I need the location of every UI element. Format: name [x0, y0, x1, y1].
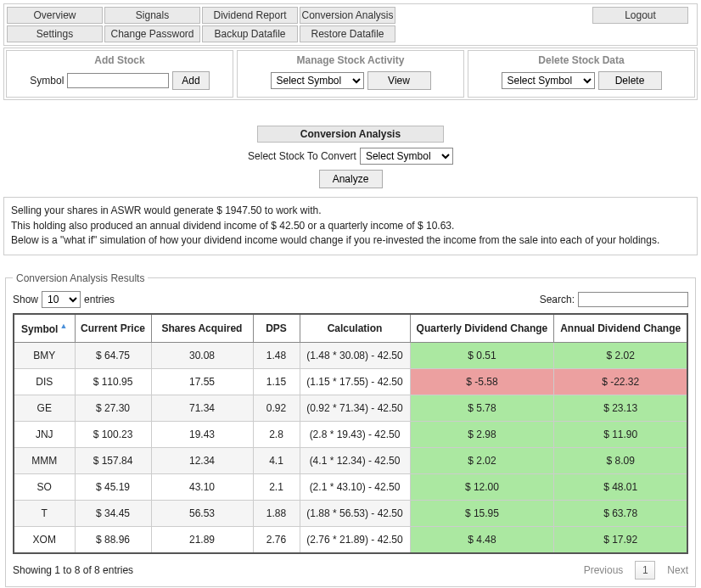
entries-info: Showing 1 to 8 of 8 entries: [13, 564, 133, 576]
results-table: Symbol Current Price Shares Acquired DPS…: [13, 313, 688, 554]
cell-dps: 1.88: [253, 500, 300, 526]
cell-symbol: GE: [14, 395, 75, 421]
table-row: GE$ 27.3071.340.92(0.92 * 71.34) - 42.50…: [14, 395, 687, 421]
cell-shares: 71.34: [151, 395, 253, 421]
analyze-button[interactable]: Analyze: [319, 170, 383, 188]
menu-logout[interactable]: Logout: [592, 7, 688, 24]
stock-panels: Add Stock Symbol Add Manage Stock Activi…: [3, 48, 698, 100]
col-shares-acquired[interactable]: Shares Acquired: [151, 314, 253, 343]
add-stock-panel: Add Stock Symbol Add: [6, 50, 233, 98]
cell-price: $ 64.75: [75, 342, 151, 368]
cell-calc: (4.1 * 12.34) - 42.50: [300, 447, 410, 473]
cell-annual: $ 8.09: [554, 447, 687, 473]
page-size-select[interactable]: 10: [42, 291, 81, 308]
cell-annual: $ 63.78: [554, 500, 687, 526]
next-page[interactable]: Next: [667, 564, 688, 576]
menu-signals[interactable]: Signals: [104, 7, 200, 24]
menu-conversion-analysis[interactable]: Conversion Analysis: [300, 7, 395, 24]
col-annual-change[interactable]: Annual Dividend Change: [554, 314, 687, 343]
entries-label: entries: [84, 294, 115, 305]
cell-calc: (2.76 * 21.89) - 42.50: [300, 526, 410, 553]
manage-title: Manage Stock Activity: [297, 54, 405, 66]
table-row: T$ 34.4556.531.88(1.88 * 56.53) - 42.50$…: [14, 500, 687, 526]
cell-annual: $ 2.02: [554, 342, 687, 368]
prev-page[interactable]: Previous: [584, 564, 624, 576]
cell-calc: (2.8 * 19.43) - 42.50: [300, 421, 410, 447]
menu-overview[interactable]: Overview: [7, 7, 103, 24]
table-row: JNJ$ 100.2319.432.8(2.8 * 19.43) - 42.50…: [14, 421, 687, 447]
cell-price: $ 27.30: [75, 395, 151, 421]
col-symbol[interactable]: Symbol: [14, 314, 75, 343]
col-current-price[interactable]: Current Price: [75, 314, 151, 343]
cell-dps: 1.15: [253, 368, 300, 395]
cell-dps: 2.8: [253, 421, 300, 447]
results-fieldset: Conversion Analysis Results Show 10 entr…: [5, 272, 696, 587]
delete-button[interactable]: Delete: [598, 71, 662, 90]
cell-quarterly: $ 2.02: [410, 447, 554, 473]
convert-label: Select Stock To Convert: [248, 150, 356, 162]
cell-annual: $ -22.32: [554, 368, 687, 395]
add-button[interactable]: Add: [172, 71, 209, 90]
convert-select[interactable]: Select Symbol: [360, 148, 453, 165]
cell-annual: $ 48.01: [554, 473, 687, 500]
cell-quarterly: $ 12.00: [410, 473, 554, 500]
cell-shares: 19.43: [151, 421, 253, 447]
cell-quarterly: $ 2.98: [410, 421, 554, 447]
menu-restore-datafile[interactable]: Restore Datafile: [300, 25, 395, 42]
view-button[interactable]: View: [367, 71, 431, 90]
cell-symbol: JNJ: [14, 421, 75, 447]
msg-line-1: Selling your shares in ASWR would genera…: [11, 204, 690, 218]
cell-price: $ 110.95: [75, 368, 151, 395]
cell-quarterly: $ -5.58: [410, 368, 554, 395]
cell-symbol: BMY: [14, 342, 75, 368]
cell-price: $ 88.96: [75, 526, 151, 553]
symbol-input[interactable]: [67, 73, 169, 88]
manage-stock-panel: Manage Stock Activity Select Symbol View: [237, 50, 464, 98]
cell-shares: 43.10: [151, 473, 253, 500]
cell-calc: (0.92 * 71.34) - 42.50: [300, 395, 410, 421]
delete-title: Delete Stock Data: [538, 54, 624, 66]
table-row: BMY$ 64.7530.081.48(1.48 * 30.08) - 42.5…: [14, 342, 687, 368]
cell-price: $ 45.19: [75, 473, 151, 500]
cell-symbol: T: [14, 500, 75, 526]
add-stock-title: Add Stock: [94, 54, 144, 66]
search-label: Search:: [540, 294, 575, 305]
cell-dps: 0.92: [253, 395, 300, 421]
cell-shares: 56.53: [151, 500, 253, 526]
table-row: MMM$ 157.8412.344.1(4.1 * 12.34) - 42.50…: [14, 447, 687, 473]
page-1[interactable]: 1: [635, 561, 655, 580]
cell-quarterly: $ 5.78: [410, 395, 554, 421]
menu-change-password[interactable]: Change Password: [104, 25, 200, 42]
cell-annual: $ 17.92: [554, 526, 687, 553]
conversion-title: Conversion Analysis: [257, 126, 444, 143]
delete-stock-panel: Delete Stock Data Select Symbol Delete: [468, 50, 695, 98]
cell-calc: (1.15 * 17.55) - 42.50: [300, 368, 410, 395]
delete-select[interactable]: Select Symbol: [502, 72, 595, 89]
menu-settings[interactable]: Settings: [7, 25, 103, 42]
cell-calc: (2.1 * 43.10) - 42.50: [300, 473, 410, 500]
menu-backup-datafile[interactable]: Backup Datafile: [202, 25, 298, 42]
msg-line-3: Below is a "what if" simulation of how y…: [11, 234, 690, 248]
msg-line-2: This holding also produced an annual div…: [11, 220, 690, 233]
cell-dps: 2.1: [253, 473, 300, 500]
cell-shares: 12.34: [151, 447, 253, 473]
col-calculation[interactable]: Calculation: [300, 314, 410, 343]
table-row: SO$ 45.1943.102.1(2.1 * 43.10) - 42.50$ …: [14, 473, 687, 500]
symbol-label: Symbol: [30, 75, 64, 87]
cell-annual: $ 23.13: [554, 395, 687, 421]
manage-select[interactable]: Select Symbol: [271, 72, 364, 89]
menu-spacer: [495, 7, 591, 24]
show-label: Show: [13, 294, 38, 305]
conversion-block: Conversion Analysis Select Stock To Conv…: [3, 126, 698, 188]
cell-dps: 2.76: [253, 526, 300, 553]
cell-dps: 4.1: [253, 447, 300, 473]
search-input[interactable]: [578, 292, 688, 307]
pager: Previous 1 Next: [584, 561, 688, 580]
col-dps[interactable]: DPS: [253, 314, 300, 343]
cell-shares: 17.55: [151, 368, 253, 395]
cell-shares: 30.08: [151, 342, 253, 368]
col-quarterly-change[interactable]: Quarterly Dividend Change: [410, 314, 554, 343]
cell-calc: (1.88 * 56.53) - 42.50: [300, 500, 410, 526]
cell-shares: 21.89: [151, 526, 253, 553]
menu-dividend-report[interactable]: Dividend Report: [202, 7, 298, 24]
